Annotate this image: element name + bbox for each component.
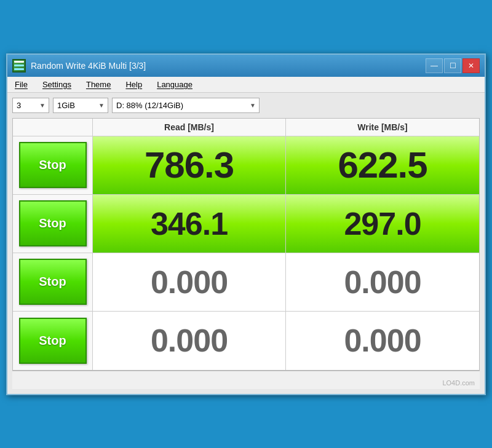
write-text-2: 297.0 bbox=[344, 205, 421, 242]
title-bar-left: Random Write 4KiB Multi [3/3] bbox=[12, 59, 146, 73]
write-text-4: 0.000 bbox=[344, 322, 421, 359]
read-text-4: 0.000 bbox=[151, 322, 228, 359]
drive-select[interactable]: D: 88% (12/14GiB) bbox=[112, 98, 260, 113]
read-text-1: 786.3 bbox=[145, 144, 234, 186]
close-button[interactable]: ✕ bbox=[462, 58, 480, 73]
minimize-button[interactable]: — bbox=[426, 58, 443, 73]
menu-item-theme[interactable]: Theme bbox=[84, 79, 113, 90]
menu-item-file[interactable]: File bbox=[12, 79, 30, 90]
menu-item-language[interactable]: Language bbox=[154, 79, 195, 90]
status-bar: LO4D.com bbox=[12, 371, 480, 389]
read-value-4: 0.000 bbox=[93, 312, 286, 370]
write-value-1: 622.5 bbox=[286, 136, 479, 194]
read-value-3: 0.000 bbox=[93, 253, 286, 311]
table-row: Stop 786.3 622.5 bbox=[13, 136, 479, 195]
size-wrapper: 1GiB bbox=[53, 98, 108, 113]
window-controls: — ☐ ✕ bbox=[426, 58, 480, 73]
stop-cell-2: Stop bbox=[13, 195, 93, 253]
watermark: LO4D.com bbox=[442, 379, 475, 387]
table-row: Stop 0.000 0.000 bbox=[13, 253, 479, 312]
stop-cell-1: Stop bbox=[13, 136, 93, 194]
table-row: Stop 0.000 0.000 bbox=[13, 312, 479, 370]
size-select[interactable]: 1GiB bbox=[53, 98, 108, 113]
drive-wrapper: D: 88% (12/14GiB) bbox=[112, 98, 260, 113]
stop-button-1[interactable]: Stop bbox=[19, 142, 87, 188]
read-text-3: 0.000 bbox=[151, 264, 228, 301]
window-title: Random Write 4KiB Multi [3/3] bbox=[31, 61, 146, 71]
stop-cell-3: Stop bbox=[13, 253, 93, 311]
stop-cell-4: Stop bbox=[13, 312, 93, 370]
title-bar: Random Write 4KiB Multi [3/3] — ☐ ✕ bbox=[7, 55, 485, 77]
queue-wrapper: 3 bbox=[12, 98, 49, 113]
header-read: Read [MB/s] bbox=[93, 119, 286, 136]
grid-header: Read [MB/s] Write [MB/s] bbox=[13, 119, 479, 136]
read-text-2: 346.1 bbox=[151, 205, 228, 242]
write-text-3: 0.000 bbox=[344, 264, 421, 301]
write-value-3: 0.000 bbox=[286, 253, 479, 311]
table-row: Stop 346.1 297.0 bbox=[13, 195, 479, 253]
results-grid: Read [MB/s] Write [MB/s] Stop 786.3 622.… bbox=[12, 118, 480, 371]
write-value-4: 0.000 bbox=[286, 312, 479, 370]
queue-select[interactable]: 3 bbox=[12, 98, 49, 113]
header-write: Write [MB/s] bbox=[286, 119, 479, 136]
app-icon bbox=[12, 59, 26, 73]
read-value-1: 786.3 bbox=[93, 136, 286, 194]
content-area: 3 1GiB D: 88% (12/14GiB) Read [MB/s] Wri… bbox=[7, 93, 485, 394]
toolbar: 3 1GiB D: 88% (12/14GiB) bbox=[12, 98, 480, 113]
maximize-button[interactable]: ☐ bbox=[444, 58, 461, 73]
menu-item-settings[interactable]: Settings bbox=[40, 79, 74, 90]
menu-bar: FileSettingsThemeHelpLanguage bbox=[7, 77, 485, 93]
stop-button-2[interactable]: Stop bbox=[19, 200, 87, 246]
write-text-1: 622.5 bbox=[338, 144, 427, 186]
read-value-2: 346.1 bbox=[93, 195, 286, 253]
menu-item-help[interactable]: Help bbox=[123, 79, 145, 90]
write-value-2: 297.0 bbox=[286, 195, 479, 253]
stop-button-3[interactable]: Stop bbox=[19, 259, 87, 305]
stop-button-4[interactable]: Stop bbox=[19, 318, 87, 364]
main-window: Random Write 4KiB Multi [3/3] — ☐ ✕ File… bbox=[6, 53, 486, 395]
header-empty bbox=[13, 119, 93, 136]
